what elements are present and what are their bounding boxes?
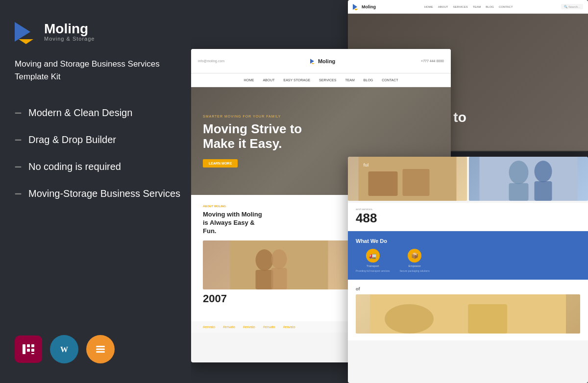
- ms-footer-tag-5: #envato: [283, 325, 295, 329]
- ms-footer-tag-4: #envato: [263, 325, 275, 329]
- ms-nav-contact: CONTACT: [382, 78, 398, 82]
- svg-marker-1: [19, 39, 33, 44]
- br-img-1: ful: [348, 157, 467, 201]
- tr-logo-text: Moling: [362, 4, 376, 9]
- ms-footer-tag-3: #envato: [243, 325, 255, 329]
- br-icon-transport-desc: Providing full transport services: [356, 269, 390, 273]
- ms-logo-text: Moling: [318, 58, 335, 64]
- ms-header-right: +777 444 0000: [421, 59, 444, 63]
- screenshots-area: Moling HOME ABOUT SERVICES TEAM BLOG CON…: [191, 0, 588, 383]
- ms-nav-about: ABOUT: [263, 78, 274, 82]
- ms-nav: HOME ABOUT EASY STORAGE SERVICES TEAM BL…: [191, 73, 451, 87]
- svg-marker-16: [310, 59, 314, 64]
- tr-header: Moling HOME ABOUT SERVICES TEAM BLOG CON…: [348, 0, 588, 14]
- screenshot-bottom-right: ful and services. 488: [348, 157, 588, 383]
- template-title: Moving and Storage Business Services Tem…: [15, 58, 181, 83]
- tr-logo: Moling: [353, 3, 376, 10]
- logo-icon: [15, 20, 39, 44]
- features-list: --- Modern & Clean Design --- Drag & Dro…: [15, 107, 181, 325]
- ms-content-tag: ABOUT MOLING: [203, 205, 355, 208]
- ms-hero-btn: LEARN MORE: [203, 159, 238, 168]
- svg-marker-15: [354, 9, 358, 10]
- ms-footer-tag-2: #envato: [223, 325, 235, 329]
- ms-hero-sub: SMARTER MOVING FOR YOUR FAMILY: [203, 115, 281, 118]
- svg-point-20: [271, 249, 287, 269]
- svg-rect-12: [96, 349, 105, 350]
- svg-rect-34: [368, 171, 398, 196]
- tr-nav-home: HOME: [424, 5, 433, 8]
- ms-header-left: info@moling.com: [198, 59, 224, 63]
- svg-rect-21: [256, 270, 273, 289]
- br-stats: and services. 488: [348, 203, 588, 231]
- ms-content-title: Moving with Molingis Always Easy &Fun.: [203, 211, 355, 236]
- tr-nav-about: ABOUT: [438, 5, 448, 8]
- svg-rect-40: [535, 181, 552, 201]
- svg-marker-17: [311, 63, 315, 64]
- feature-item-modern-design: --- Modern & Clean Design: [15, 107, 181, 119]
- ms-content-left: ABOUT MOLING Moving with Molingis Always…: [203, 205, 355, 311]
- empower-icon: 📦: [408, 249, 421, 263]
- badge-elementor: [15, 335, 42, 363]
- svg-point-39: [535, 161, 552, 182]
- svg-rect-38: [509, 183, 529, 201]
- br-bottom-label: of: [356, 287, 580, 291]
- svg-text:ful: ful: [364, 163, 369, 168]
- ms-nav-services: SERVICES: [319, 78, 336, 82]
- tr-search: 🔍 Search...: [561, 4, 583, 9]
- svg-rect-2: [23, 344, 25, 354]
- ms-nav-team: TEAM: [345, 78, 354, 82]
- svg-rect-5: [31, 344, 34, 347]
- svg-rect-11: [96, 346, 105, 347]
- badge-wordpress: W: [50, 335, 78, 363]
- feature-item-no-coding: --- No coding is required: [15, 161, 181, 172]
- svg-rect-13: [96, 351, 105, 353]
- ms-nav-storage: EASY STORAGE: [284, 78, 311, 82]
- br-icon-transport: 🚛 Transport Providing full transport ser…: [356, 249, 390, 273]
- br-images-row: ful: [348, 157, 588, 201]
- ms-img-placeholder: [203, 240, 355, 289]
- ms-nav-blog: BLOG: [364, 78, 373, 82]
- br-icons-row: 🚛 Transport Providing full transport ser…: [356, 249, 580, 273]
- svg-point-19: [256, 249, 273, 271]
- svg-rect-6: [31, 349, 34, 352]
- br-stats-number: 488: [356, 211, 580, 226]
- br-bottom-section: of: [348, 280, 588, 340]
- feature-item-drag-drop: --- Drag & Drop Builder: [15, 134, 181, 145]
- logo-area: Moling Moving & Storage: [15, 20, 181, 44]
- br-icon-empower: 📦 Empower Secure packaging solutions: [399, 249, 429, 273]
- feature-label-drag-drop: Drag & Drop Builder: [28, 134, 116, 145]
- ms-footer-tag-1: #envato: [203, 325, 215, 329]
- ms-year-label: 2007: [203, 292, 355, 305]
- ms-hero-title: Moving Strive toMake it Easy.: [203, 122, 302, 151]
- feature-item-business-services: --- Moving-Storage Business Services: [15, 188, 181, 199]
- tr-nav-services: SERVICES: [453, 5, 467, 8]
- feature-dash-3: ---: [15, 162, 21, 172]
- brand-tagline: Moving & Storage: [44, 36, 95, 42]
- svg-point-42: [385, 304, 434, 334]
- feature-label-no-coding: No coding is required: [28, 161, 121, 172]
- feature-label-business-services: Moving-Storage Business Services: [28, 188, 180, 199]
- br-icon-empower-label: Empower: [408, 264, 420, 267]
- transport-icon: 🚛: [366, 249, 380, 263]
- br-img-2: [469, 157, 588, 201]
- feature-label-modern-design: Modern & Clean Design: [28, 107, 132, 119]
- ms-header-logo: Moling: [310, 58, 335, 64]
- tr-nav: HOME ABOUT SERVICES TEAM BLOG CONTACT: [424, 5, 513, 8]
- br-bottom-img: [356, 294, 580, 334]
- svg-rect-4: [27, 349, 30, 352]
- badges-row: W: [15, 325, 181, 363]
- ms-header: info@moling.com Moling +777 444 0000: [191, 49, 451, 73]
- tr-nav-team: TEAM: [473, 5, 481, 8]
- brand-name: Moling: [44, 22, 95, 36]
- svg-rect-35: [403, 169, 430, 196]
- feature-dash-4: ---: [15, 189, 21, 199]
- svg-text:W: W: [60, 345, 68, 354]
- feature-dash: ---: [15, 108, 21, 118]
- logo-text-block: Moling Moving & Storage: [44, 22, 95, 42]
- br-icon-empower-desc: Secure packaging solutions: [399, 269, 429, 273]
- svg-rect-3: [27, 344, 30, 347]
- badge-stackable: [86, 335, 115, 363]
- svg-rect-43: [468, 304, 507, 334]
- tr-nav-contact: CONTACT: [499, 5, 513, 8]
- feature-dash-2: ---: [15, 135, 21, 145]
